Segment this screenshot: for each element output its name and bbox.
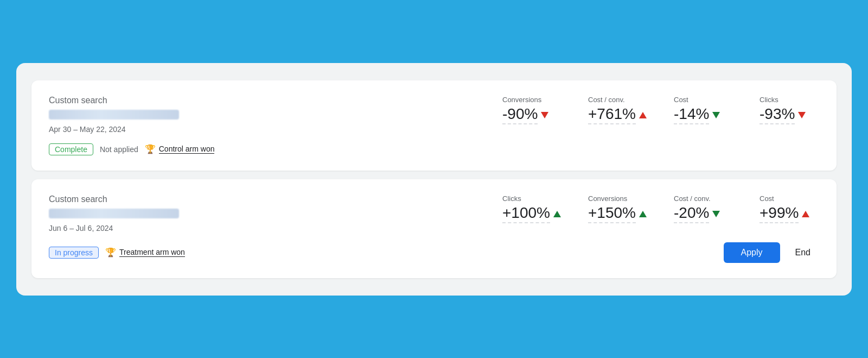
card2-blurred-name [49,209,179,218]
card1-metric-value-0: -90% [502,106,538,125]
card1-arrow-3 [798,112,806,118]
card2-trophy-label: Treatment arm won [119,248,185,257]
card2-metric-value-0: +100% [502,205,550,224]
card1-metric-clicks: Clicks -93% [760,96,819,125]
card2-metric-label-0: Clicks [502,194,562,203]
card1-arrow-2 [712,112,720,118]
card2-metric-clicks: Clicks +100% [502,194,562,224]
apply-button[interactable]: Apply [724,242,780,263]
card1-trophy-icon: 🏆 [145,144,156,154]
card1-title: Custom search [49,96,212,105]
card1-metric-value-row-2: -14% [674,106,733,125]
card1-trophy-link[interactable]: 🏆 Control arm won [145,144,215,154]
card2-metric-cost: Cost +99% [760,194,819,224]
card1-metric-value-row-3: -93% [760,106,819,125]
card1-left: Custom search Apr 30 – May 22, 2024 [49,96,212,134]
card1-status: Not applied [100,145,138,154]
card2-metric-label-1: Conversions [588,194,648,203]
card2-metric-value-row-0: +100% [502,205,562,224]
card2-trophy-icon: 🏆 [105,247,116,257]
end-button[interactable]: End [787,242,819,263]
card2-metric-label-3: Cost [760,194,819,203]
card2-metric-value-row-1: +150% [588,205,648,224]
card1-bottom-row: Complete Not applied 🏆 Control arm won [49,143,819,155]
card1-metric-cost-conv: Cost / conv. +761% [588,96,648,125]
card1-metrics-row: Conversions -90% Cost / conv. +761% [502,96,819,125]
card1-date-range: Apr 30 – May 22, 2024 [49,125,212,134]
card1-trophy-label: Control arm won [159,145,215,154]
card2-bottom-right: Apply End [724,242,820,263]
card1-arrow-1 [639,112,647,118]
card2-arrow-1 [639,211,647,217]
card1-top-row: Custom search Apr 30 – May 22, 2024 Conv… [49,96,819,134]
main-container: Custom search Apr 30 – May 22, 2024 Conv… [16,63,852,296]
card2-arrow-0 [553,211,561,217]
card1-metric-label-3: Clicks [760,96,819,104]
card2-metric-label-2: Cost / conv. [674,194,733,203]
card1-arrow-0 [541,112,548,118]
card2-metric-value-row-2: -20% [674,205,733,224]
card1-metric-label-1: Cost / conv. [588,96,648,104]
card1-metric-value-1: +761% [588,106,636,125]
card2-metrics-row: Clicks +100% Conversions +150% C [502,194,819,224]
card2-top-row: Custom search Jun 6 – Jul 6, 2024 Clicks… [49,194,819,233]
card2-trophy-link[interactable]: 🏆 Treatment arm won [105,247,185,257]
card2-metric-value-2: -20% [674,205,709,224]
card2-bottom-left: In progress 🏆 Treatment arm won [49,247,185,259]
card2-metric-value-1: +150% [588,205,636,224]
card2-bottom-row: In progress 🏆 Treatment arm won Apply En… [49,242,819,263]
card1-metric-label-0: Conversions [502,96,562,104]
card1-metric-value-row-1: +761% [588,106,648,125]
card2-title: Custom search [49,194,212,204]
card2-metric-value-row-3: +99% [760,205,819,224]
card2-arrow-3 [802,211,809,217]
card1-metric-cost: Cost -14% [674,96,733,125]
card1-metric-value-3: -93% [760,106,795,125]
card2-metric-conversions: Conversions +150% [588,194,648,224]
card1-metric-value-row-0: -90% [502,106,562,125]
card2-metric-value-3: +99% [760,205,799,224]
card2-arrow-2 [712,211,720,217]
card2-badge: In progress [49,247,99,259]
card2-left: Custom search Jun 6 – Jul 6, 2024 [49,194,212,233]
card1-metric-label-2: Cost [674,96,733,104]
card1-blurred-name [49,110,179,120]
card1-metric-value-2: -14% [674,106,709,125]
experiment-card-2: Custom search Jun 6 – Jul 6, 2024 Clicks… [31,179,837,278]
card1-badge: Complete [49,143,93,155]
card1-metric-conversions: Conversions -90% [502,96,562,125]
card2-metric-cost-conv: Cost / conv. -20% [674,194,733,224]
card2-date-range: Jun 6 – Jul 6, 2024 [49,224,212,233]
experiment-card-1: Custom search Apr 30 – May 22, 2024 Conv… [31,80,837,171]
